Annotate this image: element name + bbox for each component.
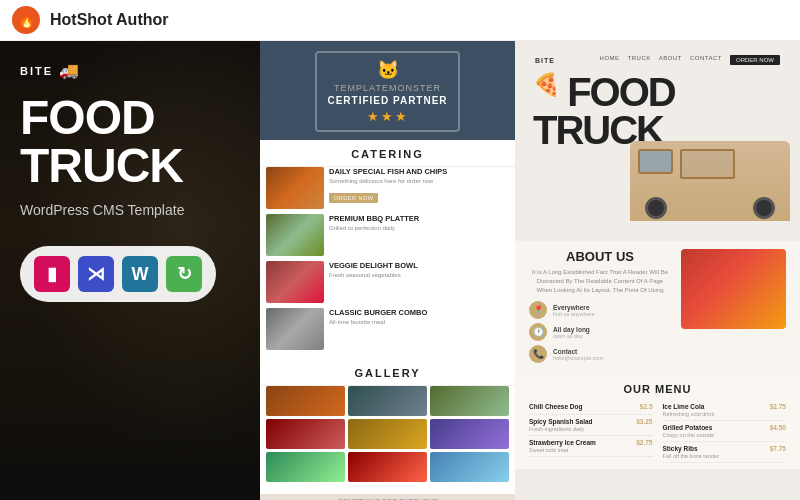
menu-item-desc-5: Crispy on the outside	[663, 432, 715, 438]
menu-item-info-3: Strawberry Ice Cream Sweet cold treat	[529, 439, 596, 453]
tm-badge: 🐱 TemplateMonster CERTIFIED PARTNER ★★★	[260, 41, 515, 140]
catering-desc-2: Grilled to perfection daily	[329, 225, 509, 233]
gallery-cell-9	[430, 452, 509, 482]
feature-label: Everywhere	[553, 304, 595, 311]
gallery-cell-8	[348, 452, 427, 482]
uef-icon: ⋊	[78, 256, 114, 292]
menu-item-2: Spicy Spanish Salad Fresh ingredients da…	[529, 415, 653, 436]
bite-badge: BITE 🚚	[20, 61, 240, 80]
menu-item-info-5: Grilled Potatoes Crispy on the outside	[663, 424, 715, 438]
feature-label-2: All day long	[553, 326, 590, 333]
feature-icon-location: 📍	[529, 301, 547, 319]
main-area: BITE 🚚 FOOD TRUCK WordPress CMS Template…	[0, 41, 800, 500]
catering-text-3: VEGGIE DELIGHT BOWL Fresh seasonal veget…	[329, 261, 509, 280]
menu-item-name-1: Chili Cheese Dog	[529, 403, 582, 410]
left-content: BITE 🚚 FOOD TRUCK WordPress CMS Template…	[0, 41, 260, 500]
gallery-cell-6	[430, 419, 509, 449]
left-panel: BITE 🚚 FOOD TRUCK WordPress CMS Template…	[0, 41, 260, 500]
truck-window-front	[638, 149, 673, 174]
gallery-grid	[266, 386, 509, 482]
about-text: It Is A Long Established Fact That A Rea…	[529, 268, 671, 295]
right-nav: BITE HOME TRUCK ABOUT CONTACT ORDER NOW	[533, 55, 782, 65]
about-features: 📍 Everywhere find us anywhere 🕐 All day …	[529, 301, 671, 363]
right-panel: BITE HOME TRUCK ABOUT CONTACT ORDER NOW …	[515, 41, 800, 500]
truck-wheel-rear	[753, 197, 775, 219]
feature-sublabel: find us anywhere	[553, 311, 595, 317]
feature-contact-label: Contact hello@example.com	[553, 348, 603, 361]
bite-label: BITE	[20, 65, 53, 77]
menu-item-desc-6: Fall off the bone tender	[663, 453, 719, 459]
menu-item-name-5: Grilled Potatoes	[663, 424, 715, 431]
catering-title-2: PREMIUM BBQ PLATTER	[329, 214, 509, 223]
catering-item-4: CLASSIC BURGER COMBO All-time favorite m…	[266, 308, 509, 350]
right-nav-logo: BITE	[535, 57, 555, 64]
truck-window-side	[680, 149, 735, 179]
menu-item-desc-4: Refreshing cold drink	[663, 411, 715, 417]
feature-icon-phone: 📞	[529, 345, 547, 363]
truck-body	[630, 141, 790, 221]
gallery-cell-7	[266, 452, 345, 482]
center-panel: 🐱 TemplateMonster CERTIFIED PARTNER ★★★ …	[260, 41, 515, 500]
feature-sublabel-2: open all day	[553, 333, 590, 339]
truck-icon: 🚚	[59, 61, 79, 80]
subtitle: WordPress CMS Template	[20, 202, 240, 218]
menu-item-price-6: $7.75	[770, 445, 786, 452]
menu-item-price-2: $3.25	[636, 418, 652, 425]
truck-illustration	[600, 126, 800, 241]
menu-item-info-2: Spicy Spanish Salad Fresh ingredients da…	[529, 418, 593, 432]
menu-item-name-6: Sticky Ribs	[663, 445, 719, 452]
catering-item: DAILY SPECIAL FISH AND CHIPS Something d…	[266, 167, 509, 209]
menu-col-right: Ice Lime Cola Refreshing cold drink $2.7…	[663, 400, 787, 463]
tm-stars: ★★★	[327, 109, 447, 124]
truck-wheels	[630, 197, 790, 219]
truck-wheel-front	[645, 197, 667, 219]
feature-everywhere-label: Everywhere find us anywhere	[553, 304, 595, 317]
about-layout: ABOUT US It Is A Long Established Fact T…	[529, 249, 786, 369]
menu-item-price-5: $4.50	[770, 424, 786, 431]
tm-brand: TemplateMonster	[327, 83, 447, 93]
main-title: FOOD TRUCK	[20, 94, 240, 190]
nav-link-about[interactable]: ABOUT	[659, 55, 682, 65]
fire-icon: 🔥	[18, 12, 35, 28]
nav-link-home[interactable]: HOME	[600, 55, 620, 65]
feature-sublabel-3: hello@example.com	[553, 355, 603, 361]
catering-img-4	[266, 308, 324, 350]
catering-img-3	[266, 261, 324, 303]
nav-cta-btn[interactable]: ORDER NOW	[730, 55, 780, 65]
wordpress-icon: W	[122, 256, 158, 292]
nav-link-truck[interactable]: TRUCK	[628, 55, 651, 65]
gallery-cell-1	[266, 386, 345, 416]
menu-title: OUR MENU	[529, 383, 786, 395]
catering-desc-4: All-time favorite meal	[329, 319, 509, 327]
catering-title-4: CLASSIC BURGER COMBO	[329, 308, 509, 317]
catering-title-3: VEGGIE DELIGHT BOWL	[329, 261, 509, 270]
menu-item-6: Sticky Ribs Fall off the bone tender $7.…	[663, 442, 787, 463]
catering-section: DAILY SPECIAL FISH AND CHIPS Something d…	[260, 167, 515, 359]
about-left: ABOUT US It Is A Long Established Fact T…	[529, 249, 671, 369]
menu-item-info-4: Ice Lime Cola Refreshing cold drink	[663, 403, 715, 417]
menu-item-info-6: Sticky Ribs Fall off the bone tender	[663, 445, 719, 459]
center-content: CATERING DAILY SPECIAL FISH AND CHIPS So…	[260, 140, 515, 494]
nav-link-contact[interactable]: CONTACT	[690, 55, 722, 65]
catering-item-3: VEGGIE DELIGHT BOWL Fresh seasonal veget…	[266, 261, 509, 303]
menu-item-info-1: Chili Cheese Dog	[529, 403, 582, 411]
tm-badge-inner: 🐱 TemplateMonster CERTIFIED PARTNER ★★★	[315, 51, 459, 132]
menu-item-desc-3: Sweet cold treat	[529, 447, 596, 453]
tm-cat-icon: 🐱	[327, 59, 447, 81]
tm-certified-text: CERTIFIED PARTNER	[327, 95, 447, 106]
menu-item-price-1: $2.5	[640, 403, 653, 410]
gallery-section	[260, 386, 515, 486]
catering-order-btn[interactable]: ORDER NOW	[329, 193, 378, 203]
catering-title-1: DAILY SPECIAL FISH AND CHIPS	[329, 167, 509, 176]
catering-desc-3: Fresh seasonal vegetables	[329, 272, 509, 280]
menu-item-3: Strawberry Ice Cream Sweet cold treat $2…	[529, 436, 653, 457]
feature-allday-label: All day long open all day	[553, 326, 590, 339]
gallery-cell-2	[348, 386, 427, 416]
catering-item-2: PREMIUM BBQ PLATTER Grilled to perfectio…	[266, 214, 509, 256]
brand-logo-icon: 🔥	[12, 6, 40, 34]
catering-img-2	[266, 214, 324, 256]
about-photo-col	[681, 249, 786, 369]
elementor-icon: ▮	[34, 256, 70, 292]
menu-item-desc-2: Fresh ingredients daily	[529, 426, 593, 432]
menu-item-name-4: Ice Lime Cola	[663, 403, 715, 410]
